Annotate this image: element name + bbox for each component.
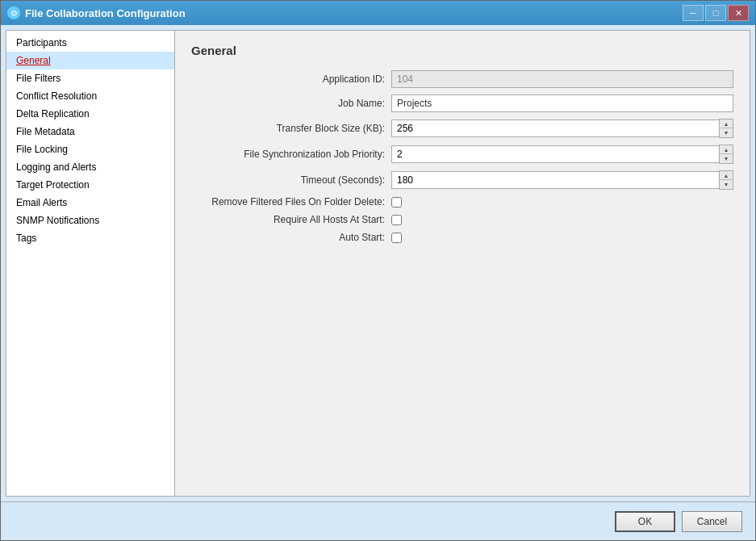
application-id-input bbox=[391, 70, 733, 88]
file-sync-priority-spinner: ▲ ▼ bbox=[391, 145, 733, 164]
file-sync-priority-up[interactable]: ▲ bbox=[720, 145, 733, 154]
transfer-block-size-input[interactable] bbox=[391, 120, 719, 137]
sidebar-item-general[interactable]: General bbox=[6, 52, 174, 69]
app-icon: ⚙ bbox=[7, 6, 20, 19]
require-all-hosts-row: Require All Hosts At Start: bbox=[191, 214, 733, 225]
maximize-button[interactable]: □ bbox=[705, 5, 726, 21]
sidebar-item-snmp-notifications[interactable]: SNMP Notifications bbox=[6, 212, 174, 229]
main-window: ⚙ File Collaboration Configuration ─ □ ✕… bbox=[0, 0, 756, 541]
timeout-down[interactable]: ▼ bbox=[720, 180, 733, 189]
content-panel: General Application ID: document.current… bbox=[175, 30, 750, 497]
transfer-block-size-row: Transfer Block Size (KB): ▲ ▼ bbox=[191, 119, 733, 138]
sidebar-item-file-filters[interactable]: File Filters bbox=[6, 69, 174, 87]
timeout-row: Timeout (Seconds): ▲ ▼ bbox=[191, 170, 733, 190]
remove-filtered-label: Remove Filtered Files On Folder Delete: bbox=[191, 196, 385, 208]
sidebar-item-delta-replication[interactable]: Delta Replication bbox=[6, 105, 174, 123]
sidebar-item-email-alerts[interactable]: Email Alerts bbox=[6, 194, 174, 212]
sidebar-item-participants[interactable]: Participants bbox=[6, 34, 174, 52]
auto-start-label: Auto Start: bbox=[191, 232, 385, 243]
transfer-block-size-label: Transfer Block Size (KB): bbox=[191, 123, 385, 134]
sidebar-item-file-locking[interactable]: File Locking bbox=[6, 140, 174, 158]
remove-filtered-row: Remove Filtered Files On Folder Delete: bbox=[191, 196, 733, 208]
file-sync-priority-label: File Synchronization Job Priority: bbox=[191, 149, 385, 160]
require-all-hosts-label: Require All Hosts At Start: bbox=[191, 214, 385, 225]
auto-start-row: Auto Start: bbox=[191, 232, 733, 243]
auto-start-checkbox[interactable] bbox=[391, 233, 402, 243]
remove-filtered-checkbox[interactable] bbox=[391, 197, 402, 208]
timeout-label: Timeout (Seconds): bbox=[191, 174, 385, 186]
footer: OK Cancel bbox=[1, 501, 755, 540]
file-sync-priority-input[interactable] bbox=[391, 145, 719, 163]
sidebar-item-tags[interactable]: Tags bbox=[6, 229, 174, 247]
timeout-input[interactable] bbox=[391, 171, 719, 189]
sidebar-item-logging-alerts[interactable]: Logging and Alerts bbox=[6, 158, 174, 176]
timeout-up[interactable]: ▲ bbox=[720, 171, 733, 180]
file-sync-priority-spin-buttons: ▲ ▼ bbox=[719, 145, 733, 164]
title-bar-left: ⚙ File Collaboration Configuration bbox=[7, 6, 186, 19]
panel-title: General bbox=[191, 44, 733, 57]
window-controls: ─ □ ✕ bbox=[683, 5, 749, 21]
require-all-hosts-checkbox[interactable] bbox=[391, 215, 402, 225]
timeout-spinner: ▲ ▼ bbox=[391, 170, 733, 190]
ok-button[interactable]: OK bbox=[615, 511, 675, 532]
cancel-button[interactable]: Cancel bbox=[682, 511, 742, 532]
job-name-input[interactable] bbox=[391, 94, 733, 112]
window-title: File Collaboration Configuration bbox=[25, 7, 186, 19]
transfer-block-size-down[interactable]: ▼ bbox=[720, 128, 733, 137]
sidebar: Participants General File Filters Confli… bbox=[6, 30, 175, 497]
minimize-button[interactable]: ─ bbox=[683, 5, 704, 21]
window-body: Participants General File Filters Confli… bbox=[1, 25, 755, 540]
transfer-block-size-up[interactable]: ▲ bbox=[720, 120, 733, 128]
sidebar-item-target-protection[interactable]: Target Protection bbox=[6, 176, 174, 194]
transfer-block-size-spin-buttons: ▲ ▼ bbox=[719, 119, 733, 138]
application-id-row: Application ID: document.currentScript.p… bbox=[191, 70, 733, 88]
transfer-block-size-spinner: ▲ ▼ bbox=[391, 119, 733, 138]
file-sync-priority-down[interactable]: ▼ bbox=[720, 154, 733, 163]
sidebar-item-conflict-resolution[interactable]: Conflict Resolution bbox=[6, 87, 174, 105]
sidebar-item-file-metadata[interactable]: File Metadata bbox=[6, 123, 174, 140]
application-id-label: Application ID: bbox=[191, 73, 385, 85]
close-button[interactable]: ✕ bbox=[728, 5, 749, 21]
title-bar: ⚙ File Collaboration Configuration ─ □ ✕ bbox=[1, 1, 755, 25]
main-area: Participants General File Filters Confli… bbox=[1, 25, 755, 501]
timeout-spin-buttons: ▲ ▼ bbox=[719, 170, 733, 190]
job-name-row: Job Name: document.currentScript.previou… bbox=[191, 94, 733, 112]
form-grid: Application ID: document.currentScript.p… bbox=[191, 70, 733, 243]
job-name-label: Job Name: bbox=[191, 98, 385, 109]
file-sync-priority-row: File Synchronization Job Priority: ▲ ▼ bbox=[191, 145, 733, 164]
